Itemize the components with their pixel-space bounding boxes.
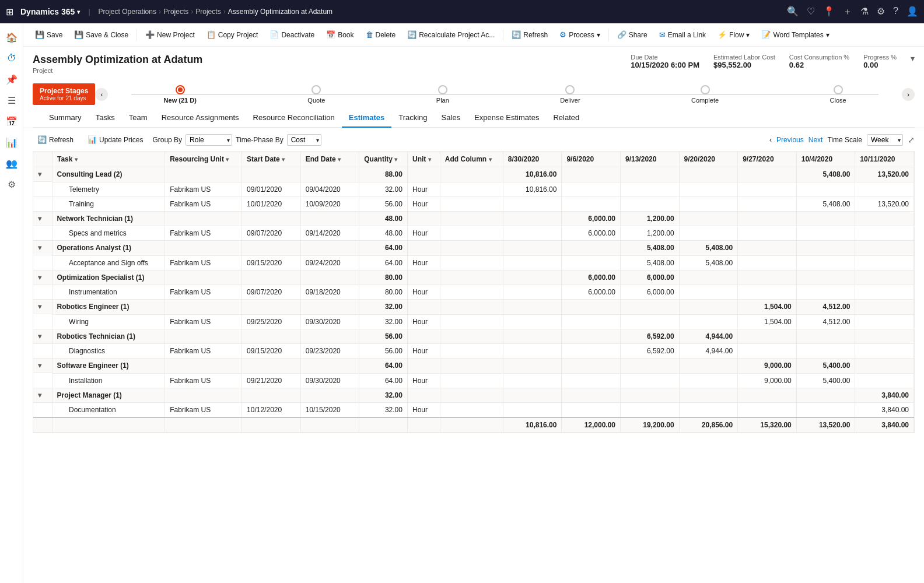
copy-project-button[interactable]: 📋 Copy Project xyxy=(202,28,263,41)
estimates-refresh-button[interactable]: 🔄 Refresh xyxy=(33,133,78,146)
stage-next-button[interactable]: › xyxy=(902,88,915,101)
th-start-date[interactable]: Start Date ▾ xyxy=(242,152,301,167)
group-chevron-cell[interactable]: ▾ xyxy=(33,167,52,182)
sidebar-calendar-icon[interactable]: 📅 xyxy=(2,112,21,131)
brand-logo[interactable]: Dynamics 365 ▾ xyxy=(20,7,80,16)
app-grid-icon[interactable]: ⊞ xyxy=(6,6,13,17)
group-resunit-cell xyxy=(165,270,242,285)
table-row: Acceptance and Sign offsFabrikam US09/15… xyxy=(33,255,914,270)
tab-resource-reconciliation[interactable]: Resource Reconciliation xyxy=(246,108,342,128)
previous-button[interactable]: Previous xyxy=(776,136,804,144)
book-button[interactable]: 📅 Book xyxy=(321,28,358,41)
child-unit-cell: Hour xyxy=(407,196,440,211)
group-by-select[interactable]: Role Task Resource xyxy=(186,134,232,146)
total-d7: 3,840.00 xyxy=(855,417,914,433)
group-chevron-icon[interactable]: ▾ xyxy=(38,332,41,340)
search-icon[interactable]: 🔍 xyxy=(787,6,799,18)
sidebar-home-icon[interactable]: 🏠 xyxy=(2,28,21,47)
refresh-button[interactable]: 🔄 Refresh xyxy=(507,28,552,41)
user-icon[interactable]: 👤 xyxy=(907,6,918,18)
save-button[interactable]: 💾 Save xyxy=(30,28,67,41)
group-chevron-cell[interactable]: ▾ xyxy=(33,212,52,226)
add-icon[interactable]: ＋ xyxy=(843,6,852,18)
th-expand xyxy=(33,152,52,167)
expand-button[interactable]: ⤢ xyxy=(908,135,915,145)
tab-estimates[interactable]: Estimates xyxy=(342,108,391,128)
stage-new[interactable]: New (21 D) xyxy=(164,85,197,104)
process-label: Process xyxy=(569,31,594,39)
sidebar-resources-icon[interactable]: 👥 xyxy=(2,154,21,173)
group-chevron-cell[interactable]: ▾ xyxy=(33,359,52,373)
table-row: DiagnosticsFabrikam US09/15/202009/23/20… xyxy=(33,344,914,359)
delete-button[interactable]: 🗑 Delete xyxy=(361,28,401,41)
deactivate-button[interactable]: 📄 Deactivate xyxy=(265,28,319,41)
tab-resource-assignments[interactable]: Resource Assignments xyxy=(155,108,246,128)
module-link[interactable]: Project Operations xyxy=(99,8,156,16)
update-prices-button[interactable]: 📊 Update Prices xyxy=(83,133,148,146)
sidebar-chart-icon[interactable]: 📊 xyxy=(2,133,21,152)
group-chevron-cell[interactable]: ▾ xyxy=(33,329,52,344)
save-close-button[interactable]: 💾 Save & Close xyxy=(69,28,133,41)
stage-complete[interactable]: Complete xyxy=(691,85,719,104)
filter-icon[interactable]: ⚗ xyxy=(860,6,869,18)
th-add-column[interactable]: Add Column ▾ xyxy=(440,152,503,167)
group-chevron-icon[interactable]: ▾ xyxy=(38,215,41,223)
stage-close[interactable]: Close xyxy=(830,85,846,104)
group-date-4 xyxy=(738,211,797,226)
stage-deliver[interactable]: Deliver xyxy=(560,85,580,104)
time-phase-by-select[interactable]: Cost Sales xyxy=(287,134,321,146)
word-templates-button[interactable]: 📝 Word Templates ▾ xyxy=(757,28,834,41)
group-chevron-cell[interactable]: ▾ xyxy=(33,241,52,255)
share-button[interactable]: 🔗 Share xyxy=(612,28,652,41)
copy-project-icon: 📋 xyxy=(206,30,216,39)
tab-team[interactable]: Team xyxy=(122,108,155,128)
bookmark-icon[interactable]: ♡ xyxy=(807,6,815,18)
tab-tasks[interactable]: Tasks xyxy=(89,108,122,128)
settings-icon[interactable]: ⚙ xyxy=(877,6,885,18)
new-project-button[interactable]: ➕ New Project xyxy=(141,28,200,41)
group-chevron-icon[interactable]: ▾ xyxy=(38,170,41,178)
stage-prev-button[interactable]: ‹ xyxy=(95,88,108,101)
group-chevron-icon[interactable]: ▾ xyxy=(38,361,41,370)
email-link-button[interactable]: ✉ Email a Link xyxy=(654,28,710,41)
group-name-cell: Robotics Technician (1) xyxy=(52,329,165,344)
process-button[interactable]: ⚙ Process ▾ xyxy=(555,28,604,41)
help-icon[interactable]: ? xyxy=(893,6,898,18)
breadcrumb-projects2[interactable]: Projects xyxy=(195,8,220,16)
th-resourcing-unit[interactable]: Resourcing Unit ▾ xyxy=(165,152,242,167)
stage-quote[interactable]: Quote xyxy=(307,85,325,104)
sidebar-list-icon[interactable]: ☰ xyxy=(2,91,21,110)
group-chevron-cell[interactable]: ▾ xyxy=(33,300,52,314)
sidebar-recent-icon[interactable]: ⏱ xyxy=(2,49,21,68)
group-chevron-icon[interactable]: ▾ xyxy=(38,273,41,282)
child-resunit-cell: Fabrikam US xyxy=(165,196,242,211)
tab-summary[interactable]: Summary xyxy=(42,108,89,128)
tab-sales[interactable]: Sales xyxy=(435,108,468,128)
stage-plan[interactable]: Plan xyxy=(436,85,449,104)
th-task[interactable]: Task ▾ xyxy=(52,152,165,167)
breadcrumb-projects1[interactable]: Projects xyxy=(163,8,188,16)
toolbar-sep-1 xyxy=(136,29,137,41)
th-end-date[interactable]: End Date ▾ xyxy=(300,152,359,167)
time-scale-select[interactable]: Week Day Month xyxy=(867,134,903,146)
group-date-3: 5,408.00 xyxy=(679,241,738,256)
group-chevron-icon[interactable]: ▾ xyxy=(38,244,41,252)
group-chevron-cell[interactable]: ▾ xyxy=(33,271,52,285)
sidebar-settings2-icon[interactable]: ⚙ xyxy=(2,175,21,194)
tab-tracking[interactable]: Tracking xyxy=(391,108,434,128)
th-quantity[interactable]: Quantity ▾ xyxy=(359,152,408,167)
tab-related[interactable]: Related xyxy=(546,108,586,128)
child-date-5 xyxy=(796,344,855,359)
th-unit[interactable]: Unit ▾ xyxy=(407,152,440,167)
flow-button[interactable]: ⚡ Flow ▾ xyxy=(713,28,754,41)
stage-label-new: New (21 D) xyxy=(164,97,197,104)
next-button[interactable]: Next xyxy=(808,136,823,144)
group-chevron-icon[interactable]: ▾ xyxy=(38,391,41,399)
tab-expense-estimates[interactable]: Expense Estimates xyxy=(467,108,546,128)
group-chevron-cell[interactable]: ▾ xyxy=(33,388,52,403)
recalculate-button[interactable]: 🔄 Recalculate Project Ac... xyxy=(402,28,499,41)
location-icon[interactable]: 📍 xyxy=(823,6,835,18)
sidebar-pinned-icon[interactable]: 📌 xyxy=(2,70,21,89)
group-chevron-icon[interactable]: ▾ xyxy=(38,303,41,311)
meta-expand-icon[interactable]: ▾ xyxy=(911,54,915,63)
